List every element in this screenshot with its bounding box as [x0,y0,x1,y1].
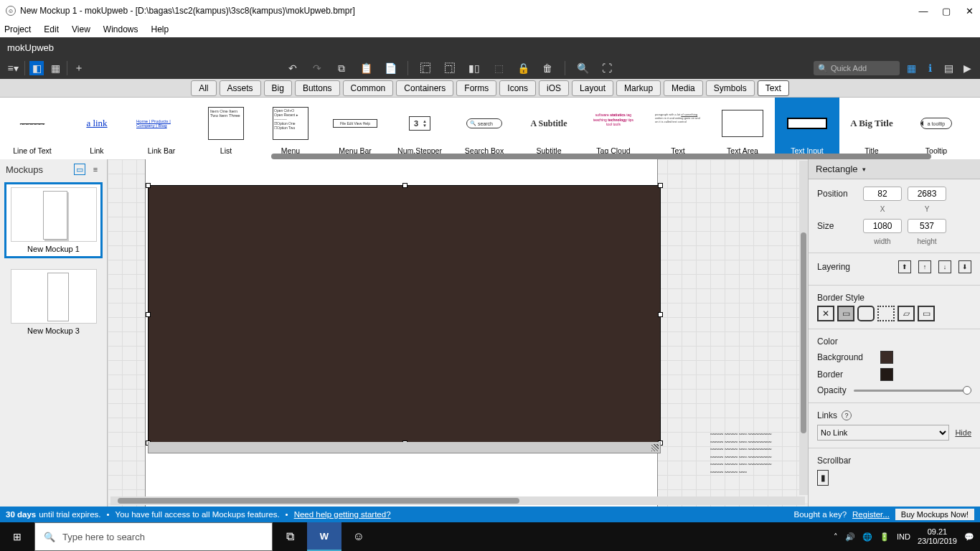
border-none-icon[interactable]: ✕ [817,306,834,321]
tab-media[interactable]: Media [664,80,703,96]
tab-layout[interactable]: Layout [572,80,613,96]
tab-forms[interactable]: Forms [456,80,496,96]
fullscreen-icon[interactable]: ▶ [960,61,974,75]
view-grid-icon[interactable]: ▦ [48,61,62,75]
border-solid-icon[interactable]: ▭ [837,306,854,321]
buy-button[interactable]: Buy Mockups Now! [895,509,974,520]
group-icon[interactable]: ⿸ [418,61,433,75]
list-view-icon[interactable]: ≡ [90,164,101,175]
ui-item-tagcloud[interactable]: software statistics tag teaching technol… [581,98,646,159]
opacity-slider[interactable] [854,390,971,392]
view-panels-icon[interactable]: ◧ [29,61,44,75]
lock-icon[interactable]: 🔒 [516,61,530,75]
quick-add-field[interactable]: 🔍 Quick Add [814,61,900,75]
canvas-horizontal-scrollbar[interactable] [110,496,805,505]
ui-item-tooltip[interactable]: a tooltipTooltip [904,98,969,159]
undo-icon[interactable]: ↶ [286,61,300,75]
close-button[interactable]: ✕ [964,6,974,17]
start-button[interactable]: ⊞ [0,522,34,551]
menu-project[interactable]: Project [4,24,31,34]
ui-item-searchbox[interactable]: 🔍searchSearch Box [452,98,517,159]
send-backward-icon[interactable]: ↓ [938,260,951,273]
selected-rectangle[interactable] [148,185,661,443]
size-height-input[interactable] [908,219,946,233]
task-view-icon[interactable]: ⧉ [273,522,307,551]
ui-item-numstepper[interactable]: 3▲▼Num.Stepper [387,98,452,159]
register-link[interactable]: Register... [852,510,890,519]
tray-notifications-icon[interactable]: 💬 [964,532,974,542]
trial-help-link[interactable]: Need help getting started? [294,510,391,519]
ui-item-menubar[interactable]: File Edit View HelpMenu Bar [323,98,387,159]
canvas-text-block[interactable]: ~~~~~ ~~~~~ ~~~ ~~~~~~~~~~~~~~ ~~~~~ ~~~… [710,430,789,476]
ui-item-title[interactable]: A Big TitleTitle [839,98,904,159]
resize-handle-nw[interactable] [146,183,151,188]
help-icon[interactable]: ? [842,410,852,420]
bring-forward-icon[interactable]: ↑ [918,260,931,273]
thumb-view-icon[interactable]: ▭ [74,164,85,175]
inspector-header[interactable]: Rectangle ▾ [809,159,980,179]
taskbar-search[interactable]: 🔍 Type here to search [34,522,273,551]
menu-edit[interactable]: Edit [44,24,59,34]
zoom-fit-icon[interactable]: ⛶ [600,61,614,75]
tab-containers[interactable]: Containers [396,80,453,96]
notes-icon[interactable]: ▤ [941,61,956,75]
tab-big[interactable]: Big [264,80,292,96]
delete-icon[interactable]: 🗑 [540,61,555,75]
paste-icon[interactable]: 📋 [359,61,373,75]
tab-buttons[interactable]: Buttons [295,80,340,96]
tab-markup[interactable]: Markup [616,80,661,96]
align-icon[interactable]: ▮▯ [467,61,481,75]
menu-icon[interactable]: ≡▾ [6,61,20,75]
tray-battery-icon[interactable]: 🔋 [880,532,890,542]
tab-text[interactable]: Text [758,80,789,96]
slider-thumb[interactable] [963,386,971,395]
tray-network-icon[interactable]: 🌐 [862,532,872,542]
clipboard-icon[interactable]: 📄 [383,61,397,75]
menu-view[interactable]: View [72,24,90,34]
tab-symbols[interactable]: Symbols [706,80,755,96]
tray-clock[interactable]: 09.21 23/10/2019 [918,527,957,546]
position-x-input[interactable] [863,187,902,201]
distribute-icon[interactable]: ⬚ [491,61,506,75]
copy-icon[interactable]: ⧉ [334,61,349,75]
mockup-thumb[interactable]: New Mockup 3 [4,264,103,340]
add-icon[interactable]: ＋ [72,61,86,75]
canvas-element-strip[interactable] [148,442,661,453]
position-y-input[interactable] [908,187,946,201]
ui-item-link[interactable]: a linkLink [65,98,129,159]
background-color-swatch[interactable] [880,351,893,364]
ui-item-lineoftext[interactable]: ~~~~~~Line of Text [0,98,65,159]
ungroup-icon[interactable]: ⿹ [443,61,457,75]
menu-help[interactable]: Help [151,24,169,34]
tray-language[interactable]: IND [897,532,910,541]
mockup-thumb[interactable]: New Mockup 1 [4,182,103,258]
ui-item-list[interactable]: Item One Item Two Item ThreeList [194,98,258,159]
toggle-library-icon[interactable]: ▦ [904,61,918,75]
border-color-swatch[interactable] [880,368,893,381]
resize-handle-n[interactable] [402,183,407,188]
ui-item-subtitle[interactable]: A SubtitleSubtitle [517,98,581,159]
resize-handle-e[interactable] [658,312,663,317]
tab-icons[interactable]: Icons [499,80,536,96]
taskbar-app-smiley[interactable]: ☺ [341,522,376,551]
tab-all[interactable]: All [191,80,216,96]
border-folder-icon[interactable]: ▭ [918,306,935,321]
resize-grip-icon[interactable] [651,444,659,451]
zoom-icon[interactable]: 🔍 [575,61,590,75]
ui-item-menu[interactable]: Open Ctrl+OOpen Recent ▸─────☑Option One… [258,98,323,159]
canvas[interactable]: ~~~~~ ~~~~~ ~~~ ~~~~~~~~~~~~~~ ~~~~~ ~~~… [108,159,808,507]
border-rounded-icon[interactable] [857,306,875,321]
border-callout-icon[interactable]: ▱ [897,306,915,321]
ui-item-text[interactable]: paragraph with a lot of something writte… [646,98,710,159]
tab-common[interactable]: Common [343,80,394,96]
maximize-button[interactable]: ▢ [941,6,951,17]
ui-item-linkbar[interactable]: Home | Products | Company | BlogLink Bar [129,98,194,159]
info-icon[interactable]: ℹ [923,61,937,75]
size-width-input[interactable] [863,219,902,233]
tab-assets[interactable]: Assets [220,80,261,96]
hide-link[interactable]: Hide [955,428,971,437]
resize-handle-ne[interactable] [658,183,663,188]
taskbar-app-word[interactable]: W [307,522,341,551]
ui-item-textarea[interactable]: Text Area [710,98,775,159]
ui-item-textinput[interactable]: Text Input [775,98,839,159]
